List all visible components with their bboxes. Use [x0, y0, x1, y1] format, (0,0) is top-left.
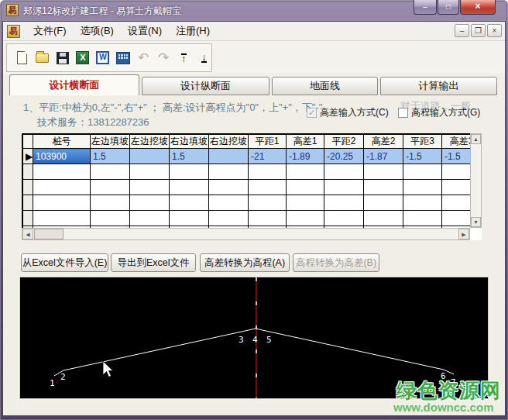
table-empty-cell[interactable] — [33, 164, 91, 180]
menu-register[interactable]: 注册(H) — [169, 22, 217, 40]
checkbox-height-difference-mode[interactable]: ✓ 高差输入方式(C) — [307, 106, 389, 119]
table-empty-cell[interactable] — [364, 180, 403, 195]
table-empty-cell[interactable] — [287, 180, 324, 195]
table-empty-cell[interactable] — [324, 195, 364, 211]
cell-right-fill[interactable]: 1.5 — [170, 149, 209, 164]
col-header-hdiff2[interactable]: 高差2 — [364, 135, 403, 149]
cell-hdiff1[interactable]: -1.89 — [287, 149, 324, 164]
table-row[interactable] — [23, 211, 471, 226]
new-file-button[interactable] — [15, 50, 29, 66]
table-empty-cell[interactable] — [91, 195, 130, 211]
mdi-close-button[interactable]: × — [487, 24, 502, 37]
export-button[interactable]: ↓ — [197, 50, 211, 66]
excel-button[interactable]: X — [75, 50, 90, 66]
row-selector-cell[interactable] — [23, 195, 33, 211]
col-header-hdiff1[interactable]: 高差1 — [287, 135, 324, 149]
row-selector-cell[interactable] — [23, 180, 33, 195]
table-row-selected[interactable]: ▶ 103900 1.5 1.5 -21 -1.89 -20.25 -1.87 … — [23, 149, 471, 164]
table-empty-cell[interactable] — [324, 164, 364, 180]
table-empty-cell[interactable] — [209, 180, 249, 195]
scroll-down-icon[interactable]: ▼ — [471, 217, 481, 227]
table-empty-cell[interactable] — [442, 195, 471, 211]
scroll-left-icon[interactable]: ◀ — [22, 229, 33, 239]
col-header-right-cut-slope[interactable]: 右边挖坡 — [209, 135, 249, 149]
menu-settings[interactable]: 设置(N) — [121, 22, 169, 40]
scrollbar-thumb[interactable] — [34, 229, 64, 239]
menu-options[interactable]: 选项(B) — [74, 22, 121, 40]
table-empty-cell[interactable] — [403, 164, 442, 180]
table-empty-cell[interactable] — [91, 164, 130, 180]
undo-button[interactable]: ↶ — [136, 50, 151, 66]
cell-hdist1[interactable]: -21 — [249, 149, 287, 164]
elevation-to-hdiff-button[interactable]: 高程转换为高差(B) — [293, 253, 379, 272]
row-selector-cell[interactable] — [23, 211, 33, 226]
tab-ground-line[interactable]: 地面线 — [272, 77, 378, 95]
table-empty-cell[interactable] — [170, 211, 209, 226]
table-empty-cell[interactable] — [33, 211, 91, 226]
calculator-button[interactable] — [115, 50, 130, 66]
table-empty-cell[interactable] — [91, 180, 130, 195]
table-empty-cell[interactable] — [130, 164, 170, 180]
cell-left-fill[interactable]: 1.5 — [91, 149, 130, 164]
col-header-hdist3[interactable]: 平距3 — [403, 135, 442, 149]
table-row[interactable] — [23, 180, 471, 195]
table-empty-cell[interactable] — [130, 195, 170, 211]
import-from-excel-button[interactable]: 从Excel文件导入(E) — [21, 253, 108, 272]
save-button[interactable] — [55, 50, 70, 66]
row-selector-cell[interactable] — [23, 164, 33, 180]
table-empty-cell[interactable] — [209, 195, 249, 211]
checkbox-unchecked-icon[interactable] — [398, 108, 408, 118]
table-empty-cell[interactable] — [170, 180, 209, 195]
col-header-hdist1[interactable]: 平距1 — [249, 135, 287, 149]
table-empty-cell[interactable] — [403, 195, 442, 211]
cell-hdiff3[interactable]: -1.5 — [442, 149, 471, 164]
cell-stake[interactable]: 103900 — [33, 149, 91, 164]
table-empty-cell[interactable] — [249, 211, 287, 226]
cell-hdiff2[interactable]: -1.87 — [364, 149, 403, 164]
close-button[interactable]: × — [460, 0, 496, 15]
table-empty-cell[interactable] — [130, 211, 170, 226]
col-header-left-cut-slope[interactable]: 左边挖坡 — [130, 135, 170, 149]
hdiff-to-elevation-button[interactable]: 高差转换为高程(A) — [200, 253, 290, 272]
checkbox-elevation-mode[interactable]: 高程输入方式(G) — [398, 106, 480, 119]
col-header-left-fill-slope[interactable]: 左边填坡 — [91, 135, 130, 149]
maximize-button[interactable]: □ — [438, 0, 459, 15]
import-button[interactable]: ↑ — [177, 50, 191, 66]
title-bar[interactable]: 易 郑漯12标改扩建工程 - 易算土方戴帽宝 – □ × — [0, 0, 508, 21]
scroll-right-icon[interactable]: ▶ — [458, 229, 469, 239]
checkbox-checked-icon[interactable]: ✓ — [307, 108, 317, 118]
table-empty-cell[interactable] — [364, 164, 403, 180]
table-empty-cell[interactable] — [364, 195, 403, 211]
col-header-hdist2[interactable]: 平距2 — [324, 135, 364, 149]
horizontal-scrollbar[interactable]: ◀ ▶ — [22, 228, 470, 240]
cell-hdist2[interactable]: -20.25 — [324, 149, 364, 164]
redo-button[interactable]: ↷ — [156, 50, 171, 66]
table-empty-cell[interactable] — [287, 164, 324, 180]
col-header-stake[interactable]: 桩号 — [33, 135, 91, 149]
tab-design-profile[interactable]: 设计纵断面 — [142, 77, 269, 95]
table-empty-cell[interactable] — [130, 180, 170, 195]
table-empty-cell[interactable] — [91, 211, 130, 226]
word-button[interactable]: W — [95, 50, 110, 66]
table-empty-cell[interactable] — [442, 180, 471, 195]
table-empty-cell[interactable] — [364, 211, 403, 226]
menu-file[interactable]: 文件(F) — [26, 22, 74, 40]
cell-right-cut[interactable] — [209, 149, 249, 164]
cell-hdist3[interactable]: -1.5 — [403, 149, 442, 164]
table-empty-cell[interactable] — [403, 180, 442, 195]
tab-design-cross-section[interactable]: 设计横断面 — [9, 74, 139, 95]
table-empty-cell[interactable] — [324, 211, 364, 226]
table-empty-cell[interactable] — [442, 211, 471, 226]
col-header-right-fill-slope[interactable]: 右边填坡 — [170, 135, 209, 149]
table-empty-cell[interactable] — [287, 211, 324, 226]
minimize-button[interactable]: – — [414, 0, 437, 15]
table-empty-cell[interactable] — [209, 211, 249, 226]
table-empty-cell[interactable] — [209, 164, 249, 180]
table-empty-cell[interactable] — [170, 164, 209, 180]
table-empty-cell[interactable] — [403, 211, 442, 226]
col-header-hdiff3[interactable]: 高差3 — [442, 135, 471, 149]
vertical-scrollbar[interactable]: ▲ ▼ — [470, 133, 482, 228]
cell-left-cut[interactable] — [130, 149, 170, 164]
table-empty-cell[interactable] — [324, 180, 364, 195]
table-empty-cell[interactable] — [442, 164, 471, 180]
